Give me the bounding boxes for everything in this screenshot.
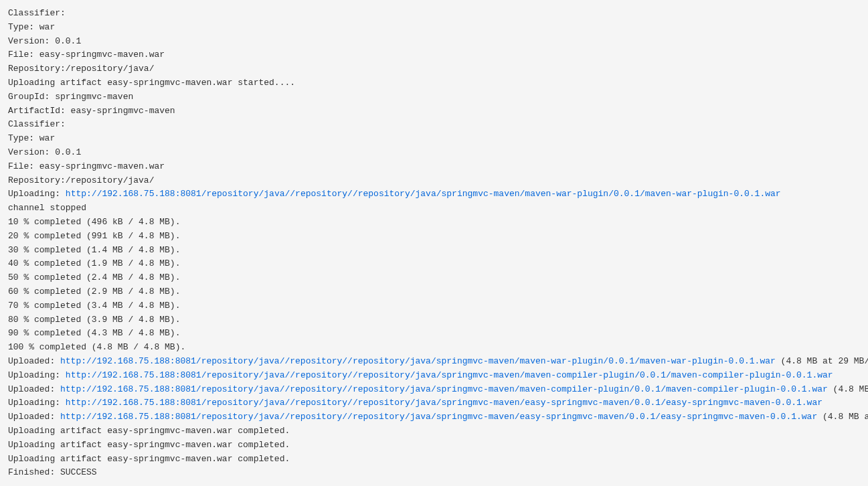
log-text: 30 % completed (1.4 MB / 4.8 MB). bbox=[8, 245, 180, 255]
log-text: Uploading artifact easy-springmvc-maven.… bbox=[8, 440, 290, 450]
log-text: Finished: SUCCESS bbox=[8, 467, 97, 477]
log-text: 80 % completed (3.9 MB / 4.8 MB). bbox=[8, 315, 180, 325]
log-text: Type: war bbox=[8, 22, 55, 32]
log-line: ArtifactId: easy-springmvc-maven bbox=[8, 104, 860, 118]
log-text: Type: war bbox=[8, 133, 55, 143]
log-line: 40 % completed (1.9 MB / 4.8 MB). bbox=[8, 257, 860, 271]
log-text: ArtifactId: easy-springmvc-maven bbox=[8, 106, 175, 116]
log-line: Uploading artifact easy-springmvc-maven.… bbox=[8, 76, 860, 90]
log-line: Repository:/repository/java/ bbox=[8, 62, 860, 76]
log-line: 90 % completed (4.3 MB / 4.8 MB). bbox=[8, 327, 860, 341]
log-text: Repository:/repository/java/ bbox=[8, 175, 154, 185]
log-line: GroupId: springmvc-maven bbox=[8, 90, 860, 104]
log-text: 10 % completed (496 kB / 4.8 MB). bbox=[8, 217, 180, 227]
log-line: File: easy-springmvc-maven.war bbox=[8, 160, 860, 174]
log-link[interactable]: http://192.168.75.188:8081/repository/ja… bbox=[66, 370, 833, 380]
log-line: 80 % completed (3.9 MB / 4.8 MB). bbox=[8, 313, 860, 327]
log-line: 50 % completed (2.4 MB / 4.8 MB). bbox=[8, 271, 860, 285]
log-line: Version: 0.0.1 bbox=[8, 146, 860, 160]
log-link[interactable]: http://192.168.75.188:8081/repository/ja… bbox=[60, 384, 828, 394]
log-text: Uploaded: bbox=[8, 356, 60, 366]
log-link[interactable]: http://192.168.75.188:8081/repository/ja… bbox=[66, 398, 822, 408]
log-line: Uploading artifact easy-springmvc-maven.… bbox=[8, 438, 860, 453]
log-text: Version: 0.0.1 bbox=[8, 147, 81, 157]
log-text: Repository:/repository/java/ bbox=[8, 64, 154, 74]
log-line: Finished: SUCCESS bbox=[8, 466, 860, 480]
log-line: Uploaded: http://192.168.75.188:8081/rep… bbox=[8, 383, 860, 397]
log-link[interactable]: http://192.168.75.188:8081/repository/ja… bbox=[60, 356, 776, 366]
log-text: 60 % completed (2.9 MB / 4.8 MB). bbox=[8, 287, 180, 297]
log-line: 100 % completed (4.8 MB / 4.8 MB). bbox=[8, 341, 860, 355]
log-text: Uploaded: bbox=[8, 384, 60, 394]
log-text: Uploading artifact easy-springmvc-maven.… bbox=[8, 78, 295, 88]
log-line: Uploaded: http://192.168.75.188:8081/rep… bbox=[8, 410, 860, 424]
log-line: Uploading artifact easy-springmvc-maven.… bbox=[8, 424, 860, 438]
log-line: Type: war bbox=[8, 21, 860, 35]
log-text: Uploading: bbox=[8, 189, 66, 199]
log-text: GroupId: springmvc-maven bbox=[8, 92, 133, 102]
log-text: 40 % completed (1.9 MB / 4.8 MB). bbox=[8, 258, 180, 268]
log-line: Classifier: bbox=[8, 118, 860, 132]
log-line: Uploading artifact easy-springmvc-maven.… bbox=[8, 453, 860, 467]
log-text: Uploading artifact easy-springmvc-maven.… bbox=[8, 454, 290, 464]
log-line: Repository:/repository/java/ bbox=[8, 174, 860, 188]
log-text: (4.8 MB at 29 MB/s) bbox=[776, 356, 868, 366]
log-text: Classifier: bbox=[8, 8, 66, 18]
log-link[interactable]: http://192.168.75.188:8081/repository/ja… bbox=[66, 189, 781, 199]
log-line: Uploaded: http://192.168.75.188:8081/rep… bbox=[8, 355, 860, 369]
log-text: 50 % completed (2.4 MB / 4.8 MB). bbox=[8, 272, 180, 282]
log-text: Uploading artifact easy-springmvc-maven.… bbox=[8, 426, 290, 436]
log-line: 20 % completed (991 kB / 4.8 MB). bbox=[8, 230, 860, 244]
log-line: Uploading: http://192.168.75.188:8081/re… bbox=[8, 369, 860, 383]
log-text: Uploading: bbox=[8, 370, 66, 380]
log-text: File: easy-springmvc-maven.war bbox=[8, 161, 165, 171]
log-text: (4.8 MB at 37 MB/s) bbox=[828, 384, 868, 394]
log-text: channel stopped bbox=[8, 203, 86, 213]
log-text: 100 % completed (4.8 MB / 4.8 MB). bbox=[8, 342, 185, 352]
log-line: channel stopped bbox=[8, 201, 860, 216]
log-line: 30 % completed (1.4 MB / 4.8 MB). bbox=[8, 244, 860, 258]
log-line: 60 % completed (2.9 MB / 4.8 MB). bbox=[8, 285, 860, 299]
log-line: 70 % completed (3.4 MB / 4.8 MB). bbox=[8, 299, 860, 313]
log-text: (4.8 MB at 41 MB/s) bbox=[817, 412, 868, 422]
log-line: File: easy-springmvc-maven.war bbox=[8, 48, 860, 62]
log-link[interactable]: http://192.168.75.188:8081/repository/ja… bbox=[60, 412, 817, 422]
log-line: Type: war bbox=[8, 132, 860, 146]
log-line: Classifier: bbox=[8, 7, 860, 21]
log-text: File: easy-springmvc-maven.war bbox=[8, 50, 165, 60]
log-text: Uploaded: bbox=[8, 412, 60, 422]
log-text: 20 % completed (991 kB / 4.8 MB). bbox=[8, 231, 180, 241]
console-output: Classifier:Type: warVersion: 0.0.1File: … bbox=[8, 7, 860, 480]
log-text: Version: 0.0.1 bbox=[8, 36, 81, 46]
log-text: 70 % completed (3.4 MB / 4.8 MB). bbox=[8, 301, 180, 311]
log-text: 90 % completed (4.3 MB / 4.8 MB). bbox=[8, 328, 180, 338]
log-text: Uploading: bbox=[8, 398, 66, 408]
log-line: Uploading: http://192.168.75.188:8081/re… bbox=[8, 187, 860, 201]
log-line: 10 % completed (496 kB / 4.8 MB). bbox=[8, 216, 860, 230]
log-text: Classifier: bbox=[8, 119, 66, 129]
log-line: Uploading: http://192.168.75.188:8081/re… bbox=[8, 396, 860, 410]
log-line: Version: 0.0.1 bbox=[8, 35, 860, 49]
